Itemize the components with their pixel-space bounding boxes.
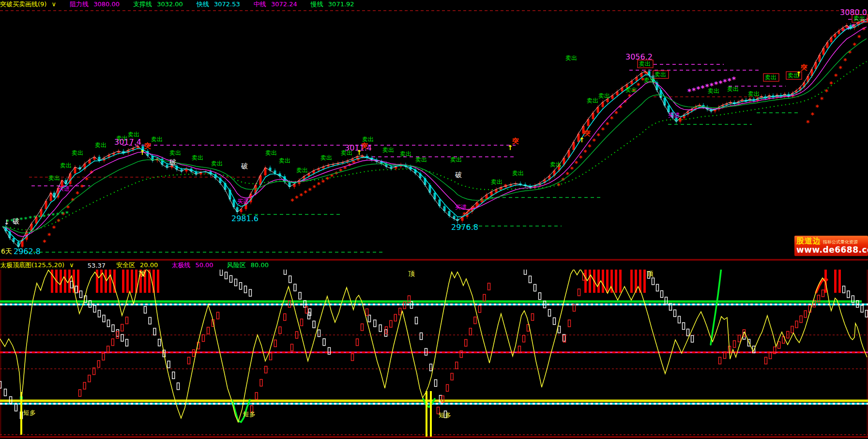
red-asterisk-trail: *: [596, 132, 600, 139]
red-asterisk-trail: *: [838, 64, 842, 72]
white-step-ladder: [172, 372, 175, 378]
red-step-ladder: [291, 344, 293, 351]
top-zone-bar: [122, 270, 124, 293]
red-step-ladder: [719, 357, 721, 364]
red-asterisk-trail: *: [304, 189, 307, 197]
breakout-up-arrow-icon: ↑: [139, 149, 145, 156]
breakdown-down-arrow-icon: ↓: [4, 218, 10, 226]
swing-low-price-label: 2981.6: [231, 214, 259, 223]
white-step-ladder: [652, 278, 655, 285]
red-asterisk-trail: *: [312, 183, 316, 191]
red-step-ladder: [488, 283, 490, 290]
top-zone-bar: [643, 270, 646, 293]
top-zone-bar: [126, 270, 129, 293]
top-zone-bar: [64, 270, 66, 293]
trading-app-window: 突破买卖画线(9) ∨ 阻力线 3080.00 支撑线 3032.00 快线 3…: [0, 0, 868, 439]
red-step-ladder: [207, 327, 210, 334]
red-asterisk-trail: *: [299, 192, 303, 199]
sub-indicator-value: 53.37: [88, 262, 106, 269]
red-asterisk-trail: *: [321, 178, 325, 186]
red-step-ladder: [822, 290, 824, 297]
param-risk-label: 风险区: [227, 261, 246, 269]
main-indicator-dropdown[interactable]: 突破买卖画线(9) ∨: [0, 0, 59, 9]
white-step-ladder: [558, 326, 561, 333]
top-zone-bar: [838, 270, 841, 293]
short-long-label: 短多: [439, 411, 451, 419]
chevron-down-icon: ∨: [52, 0, 57, 8]
top-zone-bar: [105, 270, 107, 293]
white-step-ladder: [126, 339, 128, 346]
sell-signal-label: 卖出: [279, 157, 290, 164]
red-step-ladder: [800, 316, 802, 322]
white-step-ladder: [379, 325, 381, 332]
sell-signal-label: 卖出: [587, 97, 598, 104]
white-step-ladder: [177, 383, 180, 390]
main-price-chart-canvas[interactable]: ****************************************…: [0, 0, 868, 260]
main-indicator-header: 突破买卖画线(9) ∨ 阻力线 3080.00 支撑线 3032.00 快线 3…: [0, 0, 868, 9]
sell-signal-label: 卖出: [72, 150, 83, 156]
sell-signal-label: 卖出: [550, 161, 562, 168]
white-step-ladder: [299, 292, 301, 299]
breakdown-label: 破: [13, 217, 19, 225]
red-asterisk-trail: *: [583, 148, 587, 156]
sell-signal-label: 卖出: [400, 151, 411, 157]
red-step-ladder: [351, 354, 354, 361]
param-fast-label: 快线: [197, 0, 209, 8]
watermark-tagline: 指标公式量化资源: [823, 240, 858, 245]
breakdown-label: 破: [455, 171, 462, 179]
white-step-ladder: [691, 335, 694, 342]
white-step-ladder: [328, 348, 331, 354]
green-asterisk-trail: *: [43, 213, 46, 220]
white-step-ladder: [553, 318, 556, 325]
param-safe-label: 安全区: [116, 261, 135, 269]
swing-high-price-label: 3017.4: [114, 137, 141, 147]
sell-signal-label: 卖出: [748, 91, 760, 97]
white-step-ladder: [153, 328, 156, 335]
top-zone-bar: [96, 270, 98, 293]
red-step-ladder: [301, 319, 303, 326]
red-step-ladder: [483, 294, 486, 301]
param-safe-value: 20.00: [140, 261, 158, 269]
white-step-ladder: [529, 276, 532, 283]
breakout-label: 突: [583, 129, 591, 137]
param-risk-value: 80.00: [251, 261, 269, 269]
buy-signal-label: 买进: [455, 204, 467, 211]
param-taiji-label: 太极线: [171, 261, 190, 269]
buy-signal-label: 买进: [58, 185, 70, 192]
red-asterisk-trail: *: [601, 126, 605, 134]
breakdown-label: 破: [241, 162, 248, 170]
red-asterisk-trail: *: [326, 175, 330, 183]
oscillator-panel-canvas[interactable]: 顶顶顶短多短多短多: [0, 260, 868, 439]
red-asterisk-trail: *: [843, 57, 847, 64]
green-asterisk-trail: *: [24, 215, 28, 223]
red-asterisk-trail: *: [811, 111, 815, 119]
param-slow-label: 慢线: [311, 0, 323, 8]
red-step-ladder: [733, 341, 736, 348]
swing-low-price-label: 2962.8: [14, 247, 41, 256]
white-step-ladder: [294, 284, 296, 291]
red-asterisk-trail: *: [820, 95, 824, 103]
red-step-ladder: [578, 289, 580, 296]
white-step-ladder: [534, 285, 536, 291]
red-asterisk-trail: *: [47, 231, 51, 239]
red-step-ladder: [451, 373, 453, 380]
sell-signal-label: 卖出: [512, 170, 524, 177]
red-step-ladder: [79, 390, 81, 396]
white-step-ladder: [847, 291, 850, 298]
red-asterisk-trail: *: [85, 176, 89, 183]
red-step-ladder: [356, 339, 359, 346]
white-step-ladder: [4, 389, 7, 396]
sell-signal-label: 卖出: [192, 154, 203, 161]
sell-signal-label: 卖出: [415, 156, 427, 163]
param-support-value: 3032.00: [157, 0, 183, 8]
white-step-ladder: [144, 306, 147, 313]
red-step-ladder: [573, 304, 576, 311]
sell-signal-label: 卖出: [450, 156, 462, 163]
red-step-ladder: [795, 321, 798, 328]
white-step-ladder: [225, 272, 228, 279]
short-long-label: 短多: [243, 410, 256, 418]
param-fast-value: 3072.53: [214, 0, 240, 8]
swing-high-price-label: 3011.4: [345, 143, 372, 152]
red-step-ladder: [361, 324, 364, 331]
sub-indicator-dropdown[interactable]: 太极顶底图(125,5,20) ∨: [0, 261, 77, 270]
